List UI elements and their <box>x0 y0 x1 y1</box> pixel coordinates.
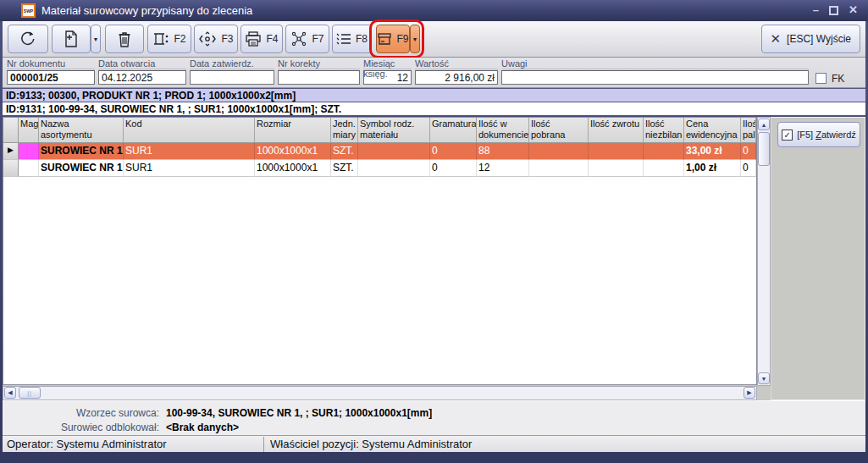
pobrana-cell <box>529 160 589 177</box>
symbol-cell <box>358 160 430 177</box>
main-area: Mag Nazwa asortymentu Kod Rozmiar Jedn. … <box>3 117 865 400</box>
rozmiar-cell: 1000x1000x1 <box>255 143 331 160</box>
odblokowal-value: <Brak danych> <box>166 422 239 433</box>
table-row[interactable]: SUROWIEC NR 1 SUR1 1000x1000x1 SZT. 0 12… <box>3 160 756 177</box>
window-controls: – ✕ <box>813 3 858 17</box>
materials-grid: Mag Nazwa asortymentu Kod Rozmiar Jedn. … <box>3 117 757 385</box>
nr-korekty-field[interactable] <box>278 70 360 85</box>
vertical-scroll-thumb[interactable] <box>758 132 770 166</box>
minimize-icon[interactable]: – <box>813 3 819 17</box>
column-header-mag[interactable]: Mag <box>19 118 39 142</box>
position-icon <box>198 30 217 47</box>
refresh-button[interactable] <box>8 25 48 53</box>
gramatura-cell: 0 <box>430 143 477 160</box>
field-label-data-zatwierdz: Data zatwierdz. <box>190 58 274 69</box>
button-label: F7 <box>312 33 323 45</box>
operator-status: Operator: Systemu Administrator <box>7 438 167 450</box>
button-label: F3 <box>221 33 233 45</box>
wartosc-field[interactable]: 2 916,00 zł <box>415 70 498 85</box>
new-document-dropdown[interactable]: ▼ <box>91 25 101 53</box>
titlebar[interactable]: SWP Materiał surowcowy przypisany do zle… <box>0 0 868 21</box>
exit-button-label: [ESC] Wyjście <box>787 33 851 45</box>
column-header-gramatura[interactable]: Gramatura <box>430 118 477 142</box>
warehouse-box-icon <box>377 31 392 47</box>
position-f3-button[interactable]: F3 <box>194 25 238 53</box>
delete-icon <box>116 30 133 48</box>
button-label: F9 <box>396 33 408 45</box>
detail-footer: Wzorzec surowca: 100-99-34, SUROWIEC NR … <box>3 400 865 435</box>
field-label-nr-dokumentu: Nr dokumentu <box>7 58 95 69</box>
column-header-symbol[interactable]: Symbol rodz. materiału <box>358 118 430 142</box>
scroll-up-icon[interactable]: ▲ <box>758 119 770 130</box>
mag-cell <box>19 160 39 177</box>
dimensions-f2-button[interactable]: F2 <box>147 25 191 53</box>
scroll-left-icon[interactable]: ◀ <box>4 387 16 399</box>
new-document-button[interactable] <box>52 25 91 53</box>
column-header-kod[interactable]: Kod <box>124 118 255 142</box>
chevron-down-icon: ▼ <box>93 36 99 42</box>
column-header-rozmiar[interactable]: Rozmiar <box>255 118 331 142</box>
row-selector-cell <box>3 160 19 177</box>
delete-button[interactable] <box>105 25 144 53</box>
data-zatwierdz-field[interactable] <box>190 70 274 85</box>
warehouse-f9-button[interactable]: F9 <box>376 25 410 53</box>
nr-dokumentu-field[interactable]: 000001/25 <box>7 70 95 85</box>
fk-checkbox[interactable] <box>815 73 827 84</box>
field-label-data-otwarcia: Data otwarcia <box>98 58 186 69</box>
side-panel: ✓ [F5] Zatwierdź <box>771 117 865 400</box>
list-icon <box>336 31 351 47</box>
column-header-ilosc-niezbilan[interactable]: Ilość niezbilan <box>644 118 684 142</box>
data-otwarcia-field[interactable]: 04.12.2025 <box>98 70 186 85</box>
chevron-down-icon: ▼ <box>412 36 418 42</box>
app-logo-text: SWP <box>24 8 33 14</box>
relations-f7-button[interactable]: F7 <box>285 25 329 53</box>
confirm-f5-button[interactable]: ✓ [F5] Zatwierdź <box>777 122 860 147</box>
column-header-ilosc-pale[interactable]: Ilość pale <box>741 118 756 142</box>
horizontal-scrollbar[interactable]: ◀ || ▶ <box>3 386 757 400</box>
owner-status: Właściciel pozycji: Systemu Administrato… <box>270 438 472 450</box>
warehouse-f9-dropdown[interactable]: ▼ <box>410 25 420 53</box>
column-header-selector[interactable] <box>3 118 19 142</box>
zwrotu-cell <box>589 160 644 177</box>
status-bar: Operator: Systemu Administrator Właścici… <box>3 435 865 452</box>
kod-cell: SUR1 <box>124 143 255 160</box>
print-f4-button[interactable]: F4 <box>240 25 283 53</box>
scroll-down-icon[interactable]: ▼ <box>758 372 770 384</box>
button-label: F8 <box>356 33 368 45</box>
material-info-row: ID:9131; 100-99-34, SUROWIEC NR 1, ; SUR… <box>3 102 865 116</box>
zwrotu-cell <box>589 143 644 160</box>
list-f8-button[interactable]: F8 <box>332 25 372 53</box>
close-icon[interactable]: ✕ <box>849 3 858 17</box>
rozmiar-cell: 1000x1000x1 <box>255 160 331 177</box>
exit-x-icon: ✕ <box>771 31 782 47</box>
odblokowal-label: Surowiec odblokował: <box>3 422 159 433</box>
scroll-right-icon[interactable]: ▶ <box>744 387 755 399</box>
button-label: F2 <box>174 33 185 45</box>
column-header-ilosc-w-dokumencie[interactable]: Ilość w dokumencie <box>477 118 529 142</box>
pobrana-cell <box>529 143 589 160</box>
button-label: F4 <box>266 33 278 45</box>
symbol-cell <box>358 143 430 160</box>
table-row[interactable]: ▶ SUROWIEC NR 1 SUR1 1000x1000x1 SZT. 0 … <box>3 143 756 160</box>
relations-icon <box>290 30 307 47</box>
horizontal-scroll-thumb[interactable]: || <box>19 387 41 399</box>
grid-header-row: Mag Nazwa asortymentu Kod Rozmiar Jedn. … <box>3 118 756 143</box>
exit-button[interactable]: ✕ [ESC] Wyjście <box>761 25 860 53</box>
field-label-uwagi: Uwagi <box>501 58 809 69</box>
maximize-icon[interactable] <box>829 6 838 15</box>
column-header-nazwa[interactable]: Nazwa asortymentu <box>39 118 124 142</box>
gramatura-cell: 0 <box>430 160 477 177</box>
mag-cell <box>19 143 39 160</box>
app-window: SWP Materiał surowcowy przypisany do zle… <box>0 0 868 463</box>
column-header-ilosc-pobrana[interactable]: Ilość pobrana <box>529 118 589 142</box>
column-header-ilosc-zwrotu[interactable]: Ilość zwrotu <box>589 118 644 142</box>
printer-icon <box>245 30 262 47</box>
column-header-cena[interactable]: Cena ewidencyjna <box>684 118 741 142</box>
checkmark-icon: ✓ <box>782 130 793 141</box>
column-header-jedn-miary[interactable]: Jedn. miary <box>331 118 358 142</box>
jedn-cell: SZT. <box>331 160 358 177</box>
wzorzec-value: 100-99-34, SUROWIEC NR 1, ; SUR1; 1000x1… <box>166 407 432 419</box>
field-label-nr-korekty: Nr korekty <box>278 58 360 69</box>
uwagi-field[interactable] <box>501 70 809 85</box>
vertical-scrollbar[interactable]: ▲ ▼ <box>757 117 771 386</box>
